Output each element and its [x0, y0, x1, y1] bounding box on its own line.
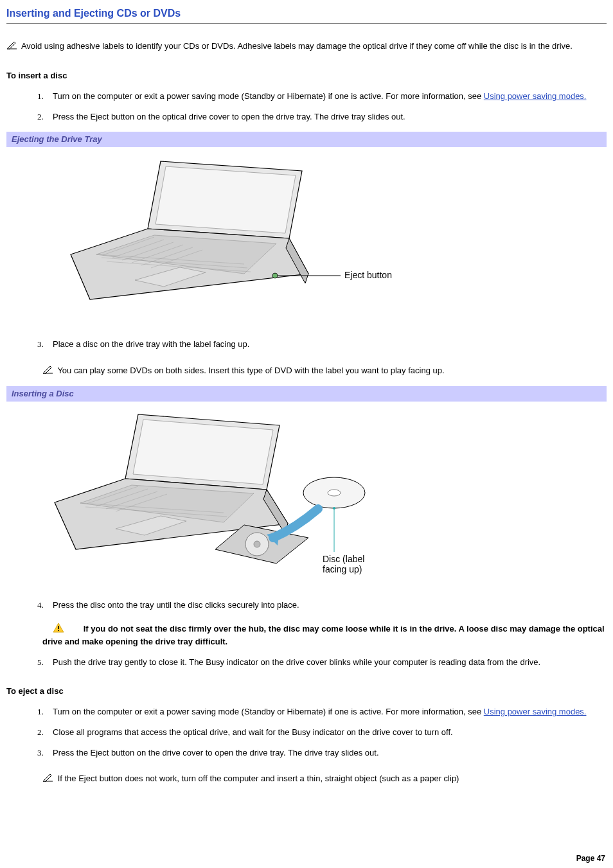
list-number: 3. — [37, 339, 44, 350]
svg-text:Disc (label: Disc (label — [323, 554, 364, 564]
laptop-eject-illustration: Eject button — [51, 155, 411, 322]
insert-step-1: 1. Turn on the computer or exit a power … — [6, 91, 607, 102]
eject-step-3-note: If the Eject button does not work, turn … — [42, 773, 607, 785]
eject-step-1: 1. Turn on the computer or exit a power … — [6, 706, 607, 718]
svg-point-37 — [333, 507, 335, 509]
list-number: 3. — [37, 747, 44, 759]
figure-insert-disc: Disc (label facing up) — [6, 409, 607, 583]
svg-point-15 — [272, 273, 278, 278]
laptop-insert-illustration: Disc (label facing up) — [51, 409, 411, 583]
step-text: Press the disc onto the tray until the d… — [53, 600, 299, 610]
insert-steps-list-continued-2: 4. Press the disc onto the tray until th… — [6, 599, 607, 611]
warning-text: If you do not seat the disc firmly over … — [42, 624, 605, 646]
svg-point-32 — [254, 541, 260, 547]
svg-marker-19 — [133, 420, 273, 484]
note-text: You can play some DVDs on both sides. In… — [57, 366, 444, 375]
step-text: Press the Eject button on the drive cove… — [53, 748, 379, 757]
svg-marker-1 — [155, 166, 296, 233]
pencil-note-icon — [42, 365, 54, 377]
step-text: Turn on the computer or exit a power sav… — [53, 707, 484, 716]
insert-section-title: To insert a disc — [6, 70, 607, 82]
step-3-note: You can play some DVDs on both sides. In… — [42, 365, 607, 377]
eject-steps-list: 1. Turn on the computer or exit a power … — [6, 706, 607, 759]
figure-1-caption: Ejecting the Drive Tray — [6, 132, 607, 147]
step-text: Turn on the computer or exit a power sav… — [53, 91, 484, 101]
insert-step-2: 2. Press the Eject button on the optical… — [6, 111, 607, 123]
list-number: 1. — [37, 91, 44, 102]
insert-steps-list: 1. Turn on the computer or exit a power … — [6, 91, 607, 123]
power-saving-modes-link[interactable]: Using power saving modes. — [484, 707, 587, 716]
eject-step-2: 2. Close all programs that access the op… — [6, 727, 607, 738]
list-number: 5. — [37, 657, 44, 668]
list-number: 2. — [37, 727, 44, 738]
warning-triangle-icon — [53, 623, 64, 636]
power-saving-modes-link[interactable]: Using power saving modes. — [484, 91, 587, 101]
insert-step-3: 3. Place a disc on the drive tray with t… — [6, 339, 607, 350]
step-text: Close all programs that access the optic… — [53, 727, 453, 737]
step-text: Push the drive tray gently to close it. … — [53, 657, 540, 667]
insert-steps-list-continued-3: 5. Push the drive tray gently to close i… — [6, 657, 607, 668]
step-text: Press the Eject button on the optical dr… — [53, 112, 405, 121]
insert-step-5: 5. Push the drive tray gently to close i… — [6, 657, 607, 668]
eject-section-title: To eject a disc — [6, 686, 607, 697]
insert-steps-list-continued: 3. Place a disc on the drive tray with t… — [6, 339, 607, 350]
svg-text:Eject button: Eject button — [344, 270, 392, 280]
figure-2-caption: Inserting a Disc — [6, 386, 607, 402]
insert-step-4: 4. Press the disc onto the tray until th… — [6, 599, 607, 611]
svg-point-34 — [328, 490, 341, 496]
page-heading: Inserting and Ejecting CDs or DVDs — [6, 6, 607, 24]
note-text: If the Eject button does not work, turn … — [58, 774, 459, 783]
list-number: 2. — [37, 111, 44, 123]
top-note-paragraph: Avoid using adhesive labels to identify … — [6, 40, 607, 53]
step-text: Place a disc on the drive tray with the … — [53, 339, 249, 349]
svg-rect-41 — [58, 626, 59, 629]
eject-step-3: 3. Press the Eject button on the drive c… — [6, 747, 607, 759]
list-number: 4. — [37, 599, 44, 611]
seat-disc-warning: If you do not seat the disc firmly over … — [42, 623, 607, 648]
svg-text:facing up): facing up) — [323, 564, 362, 574]
svg-rect-42 — [58, 630, 59, 632]
pencil-note-icon — [6, 40, 18, 53]
list-number: 1. — [37, 706, 44, 718]
top-note-text: Avoid using adhesive labels to identify … — [21, 41, 573, 51]
figure-eject-tray: Eject button — [6, 155, 607, 322]
pencil-note-icon — [42, 773, 54, 785]
